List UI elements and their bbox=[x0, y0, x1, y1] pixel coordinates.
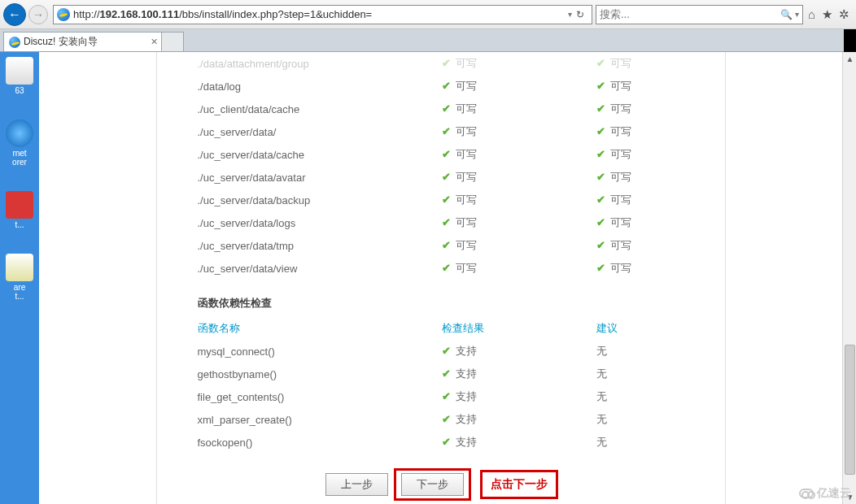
check-icon bbox=[442, 125, 451, 137]
check-icon bbox=[442, 148, 451, 160]
check-icon bbox=[442, 171, 451, 183]
check-icon bbox=[596, 193, 605, 206]
tab-label: Discuz! 安装向导 bbox=[24, 35, 98, 49]
search-dropdown-icon[interactable]: ▾ bbox=[795, 10, 799, 19]
check-icon bbox=[596, 57, 605, 69]
tab-discuz-install[interactable]: Discuz! 安装向导 ✕ bbox=[3, 32, 162, 51]
browser-viewport: ./data/attachment/group可写可写./data/log可写可… bbox=[39, 52, 842, 504]
section-title-functions: 函数依赖性检查 bbox=[198, 280, 684, 317]
check-icon bbox=[596, 102, 605, 115]
table-row: ./uc_server/data/avatar可写可写 bbox=[198, 166, 684, 189]
check-icon bbox=[596, 239, 605, 251]
button-row: 上一步 下一步 点击下一步 bbox=[198, 454, 684, 504]
table-row: ./uc_server/data/可写可写 bbox=[198, 120, 684, 143]
desktop-icon[interactable]: 63 bbox=[2, 57, 37, 95]
next-step-button[interactable]: 下一步 bbox=[401, 473, 464, 496]
back-button[interactable]: ← bbox=[3, 3, 26, 26]
forward-button[interactable]: → bbox=[28, 5, 48, 24]
check-icon bbox=[596, 125, 605, 137]
table-row: ./data/log可写可写 bbox=[198, 75, 684, 98]
annotation-label: 点击下一步 bbox=[480, 470, 558, 499]
tab-close-icon[interactable]: ✕ bbox=[151, 37, 158, 47]
check-icon bbox=[442, 413, 451, 425]
settings-icon[interactable]: ✲ bbox=[839, 7, 849, 22]
table-row: file_get_contents()支持无 bbox=[198, 385, 684, 408]
table-row: ./uc_client/data/cache可写可写 bbox=[198, 98, 684, 120]
table-row: ./data/attachment/group可写可写 bbox=[198, 52, 684, 75]
check-icon bbox=[442, 390, 451, 402]
search-input[interactable] bbox=[600, 8, 780, 20]
install-panel: ./data/attachment/group可写可写./data/log可写可… bbox=[156, 52, 726, 504]
ie-navigation-bar: ← → http://192.168.100.111/bbs/install/i… bbox=[0, 0, 856, 29]
scroll-up-arrow[interactable]: ▲ bbox=[843, 52, 856, 66]
table-header: 函数名称 检查结果 建议 bbox=[198, 317, 684, 340]
table-row: gethostbyname()支持无 bbox=[198, 363, 684, 385]
table-row: mysql_connect()支持无 bbox=[198, 340, 684, 363]
next-step-highlight: 下一步 bbox=[394, 468, 471, 501]
table-row: ./uc_server/data/cache可写可写 bbox=[198, 143, 684, 166]
check-icon bbox=[442, 436, 451, 448]
ie-tools: ⌂ ★ ✲ bbox=[808, 7, 853, 22]
table-row: fsockopen()支持无 bbox=[198, 431, 684, 454]
watermark: 亿速云 bbox=[799, 486, 851, 501]
table-row: ./uc_server/data/backup可写可写 bbox=[198, 189, 684, 211]
table-row: ./uc_server/data/logs可写可写 bbox=[198, 211, 684, 234]
search-bar[interactable]: 🔍 ▾ bbox=[596, 5, 803, 24]
table-row: xml_parser_create()支持无 bbox=[198, 408, 684, 431]
home-icon[interactable]: ⌂ bbox=[808, 7, 815, 21]
check-icon bbox=[442, 216, 451, 228]
vertical-scrollbar[interactable]: ▲ ▼ bbox=[842, 52, 856, 504]
file-permission-table: ./data/attachment/group可写可写./data/log可写可… bbox=[198, 52, 684, 280]
check-icon bbox=[596, 80, 605, 92]
check-icon bbox=[442, 102, 451, 115]
prev-step-button[interactable]: 上一步 bbox=[325, 473, 388, 496]
check-icon bbox=[442, 80, 451, 92]
check-icon bbox=[596, 262, 605, 274]
check-icon bbox=[442, 345, 451, 357]
desktop-icons: 63 rnet orer t... are t... bbox=[2, 57, 37, 301]
ie-icon bbox=[9, 37, 20, 48]
address-bar[interactable]: http://192.168.100.111/bbs/install/index… bbox=[53, 5, 592, 24]
check-icon bbox=[442, 239, 451, 251]
check-icon bbox=[442, 57, 451, 69]
function-check-table: 函数名称 检查结果 建议 mysql_connect()支持无gethostby… bbox=[198, 317, 684, 454]
check-icon bbox=[442, 367, 451, 380]
url-text: http://192.168.100.111/bbs/install/index… bbox=[73, 8, 372, 20]
desktop-icon-ie[interactable]: rnet orer bbox=[2, 119, 37, 167]
table-row: ./uc_server/data/tmp可写可写 bbox=[198, 234, 684, 257]
table-row: ./uc_server/data/view可写可写 bbox=[198, 257, 684, 280]
ie-icon bbox=[57, 8, 70, 21]
check-icon bbox=[596, 171, 605, 183]
search-icon[interactable]: 🔍 bbox=[780, 9, 793, 20]
desktop-icon[interactable]: t... bbox=[2, 191, 37, 229]
check-icon bbox=[442, 262, 451, 274]
tab-strip: Discuz! 安装向导 ✕ bbox=[0, 29, 856, 52]
desktop-icon[interactable]: are t... bbox=[2, 254, 37, 301]
new-tab-button[interactable] bbox=[161, 32, 184, 51]
watermark-icon bbox=[799, 489, 814, 498]
check-icon bbox=[442, 193, 451, 206]
check-icon bbox=[596, 216, 605, 228]
refresh-button[interactable]: ↻ bbox=[572, 9, 588, 20]
favorites-icon[interactable]: ★ bbox=[822, 7, 832, 22]
check-icon bbox=[596, 148, 605, 160]
scroll-thumb[interactable] bbox=[845, 345, 855, 475]
